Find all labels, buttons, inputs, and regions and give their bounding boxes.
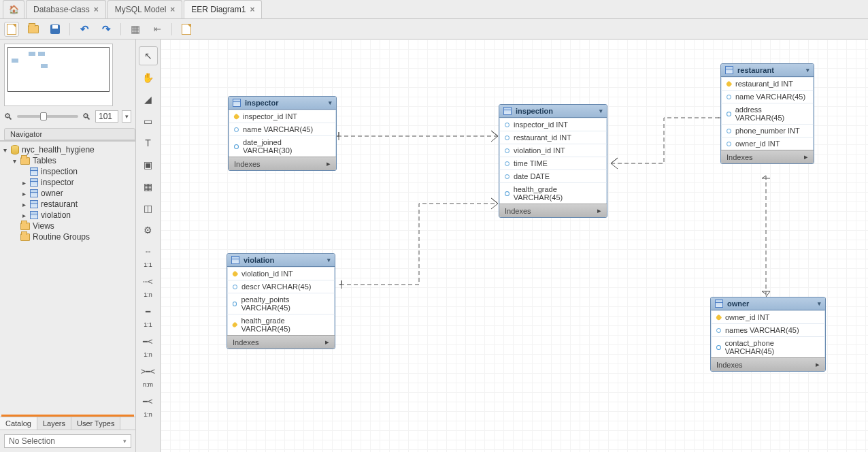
folder-icon	[20, 223, 30, 230]
layer-tool[interactable]: ▭	[139, 112, 158, 131]
column-row[interactable]: time TIME	[499, 157, 607, 170]
entity-header[interactable]: violation▾	[227, 254, 335, 267]
table-node-violation[interactable]: ▸violation	[1, 210, 133, 221]
zoom-in-icon[interactable]: 🔍︎	[82, 112, 91, 122]
collapse-icon[interactable]: ▾	[806, 67, 809, 74]
rel-1nc-tool[interactable]: ━<	[139, 392, 158, 411]
schema-node[interactable]: ▾nyc_health_hygiene	[1, 144, 133, 155]
column-row[interactable]: date_joined VARCHAR(30)	[229, 135, 336, 157]
column-row[interactable]: owner_id INT	[721, 137, 814, 150]
column-row[interactable]: date DATE	[499, 170, 607, 182]
close-icon[interactable]: ×	[170, 5, 175, 14]
indexes-row[interactable]: Indexes▸	[499, 204, 607, 217]
zoom-controls: 🔍︎ 🔍︎ 101 ▾	[0, 109, 135, 125]
rel-nm-tool[interactable]: >━<	[139, 362, 158, 381]
routine-tool[interactable]: ⚙	[139, 221, 158, 240]
diagram-canvas[interactable]: inspector▾ inspector_id INT name VARCHAR…	[161, 39, 868, 452]
undo-button[interactable]: ↶	[77, 22, 92, 37]
collapse-icon[interactable]: ▾	[327, 257, 331, 263]
redo-button[interactable]: ↷	[99, 22, 114, 37]
tab-database-class[interactable]: Database-class×	[26, 0, 106, 18]
column-row[interactable]: descr VARCHAR(45)	[227, 280, 335, 293]
tables-folder[interactable]: ▾Tables	[1, 155, 133, 166]
layers-tab[interactable]: Layers	[37, 417, 71, 430]
new-file-button[interactable]	[4, 22, 19, 37]
table-node-owner[interactable]: ▸owner	[1, 188, 133, 199]
column-row[interactable]: health_grade VARCHAR(45)	[499, 182, 607, 204]
close-icon[interactable]: ×	[250, 5, 254, 14]
entity-restaurant[interactable]: restaurant▾ restaurant_id INT name VARCH…	[720, 63, 814, 164]
image-tool[interactable]: ▣	[139, 155, 158, 174]
column-row[interactable]: restaurant_id INT	[721, 77, 814, 90]
indexes-row[interactable]: Indexes▸	[229, 157, 336, 170]
routines-folder[interactable]: Routine Groups	[1, 231, 133, 242]
entity-violation[interactable]: violation▾ violation_id INT descr VARCHA…	[227, 253, 335, 349]
column-row[interactable]: names VARCHAR(45)	[711, 323, 825, 336]
column-row[interactable]: restaurant_id INT	[499, 131, 607, 144]
navigator-tab[interactable]: Navigator	[4, 128, 135, 140]
rel-11-tool[interactable]: ┄	[139, 242, 158, 261]
column-row[interactable]: violation_id INT	[227, 267, 335, 280]
collapse-icon[interactable]: ▾	[599, 108, 603, 114]
zoom-slider[interactable]	[17, 115, 78, 118]
grid-button[interactable]: ▦	[128, 22, 143, 37]
tab-eer-diagram[interactable]: EER Diagram1×	[184, 0, 262, 18]
column-row[interactable]: health_grade VARCHAR(45)	[227, 314, 335, 335]
align-button[interactable]: ⇤	[150, 22, 165, 37]
view-tool[interactable]: ◫	[139, 199, 158, 218]
home-tab[interactable]: 🏠	[3, 0, 24, 18]
selection-dropdown[interactable]: No Selection▾	[4, 434, 131, 448]
rel-11b-tool[interactable]: ━	[139, 302, 158, 321]
col-icon	[234, 144, 239, 149]
tab-mysql-model[interactable]: MySQL Model×	[107, 0, 183, 18]
pointer-tool[interactable]: ↖	[139, 46, 158, 65]
rel-1n-tool[interactable]: ┄<	[139, 272, 158, 291]
document-icon	[7, 24, 16, 35]
column-row[interactable]: phone_number INT	[721, 124, 814, 137]
column-row[interactable]: inspector_id INT	[229, 110, 336, 123]
text-tool[interactable]: T	[139, 133, 158, 152]
save-button[interactable]	[48, 22, 63, 37]
zoom-out-icon[interactable]: 🔍︎	[4, 112, 13, 122]
table-node-inspector[interactable]: ▸inspector	[1, 177, 133, 188]
hand-tool[interactable]: ✋	[139, 68, 158, 87]
close-icon[interactable]: ×	[94, 5, 99, 14]
entity-header[interactable]: inspector▾	[229, 97, 336, 110]
column-row[interactable]: name VARCHAR(45)	[721, 90, 814, 103]
collapse-icon[interactable]: ▾	[329, 99, 332, 106]
expand-icon: ▸	[597, 206, 601, 215]
entity-inspector[interactable]: inspector▾ inspector_id INT name VARCHAR…	[228, 96, 337, 171]
entity-header[interactable]: owner▾	[711, 297, 825, 310]
relation-icon: ━	[146, 308, 150, 315]
column-def: health_grade VARCHAR(45)	[241, 317, 329, 333]
zoom-value[interactable]: 101	[95, 110, 118, 123]
column-row[interactable]: address VARCHAR(45)	[721, 103, 814, 124]
table-tool[interactable]: ▦	[139, 177, 158, 196]
column-row[interactable]: penalty_points VARCHAR(45)	[227, 293, 335, 314]
column-row[interactable]: inspector_id INT	[499, 118, 607, 131]
entity-owner[interactable]: owner▾ owner_id INT names VARCHAR(45) co…	[710, 297, 826, 372]
zoom-dropdown[interactable]: ▾	[122, 110, 131, 123]
entity-inspection[interactable]: inspection▾ inspector_id INT restaurant_…	[499, 104, 607, 218]
open-file-button[interactable]	[26, 22, 41, 37]
col-icon	[505, 191, 510, 196]
collapse-icon[interactable]: ▾	[818, 300, 821, 307]
indexes-row[interactable]: Indexes▸	[227, 335, 335, 349]
views-folder[interactable]: Views	[1, 221, 133, 231]
entity-header[interactable]: restaurant▾	[721, 64, 814, 77]
table-node-inspection[interactable]: inspection	[1, 166, 133, 177]
eraser-tool[interactable]: ◢	[139, 90, 158, 109]
column-row[interactable]: name VARCHAR(45)	[229, 123, 336, 135]
diagram-overview[interactable]	[4, 44, 113, 106]
column-row[interactable]: owner_id INT	[711, 310, 825, 323]
column-row[interactable]: contact_phone VARCHAR(45)	[711, 336, 825, 357]
indexes-row[interactable]: Indexes▸	[721, 150, 814, 163]
column-row[interactable]: violation_id INT	[499, 144, 607, 157]
rel-1nb-tool[interactable]: ━<	[139, 332, 158, 351]
catalog-tab[interactable]: Catalog	[0, 417, 37, 430]
entity-header[interactable]: inspection▾	[499, 105, 607, 118]
table-node-restaurant[interactable]: ▸restaurant	[1, 199, 133, 210]
export-button[interactable]	[179, 22, 194, 37]
usertypes-tab[interactable]: User Types	[71, 417, 120, 430]
indexes-row[interactable]: Indexes▸	[711, 357, 825, 371]
